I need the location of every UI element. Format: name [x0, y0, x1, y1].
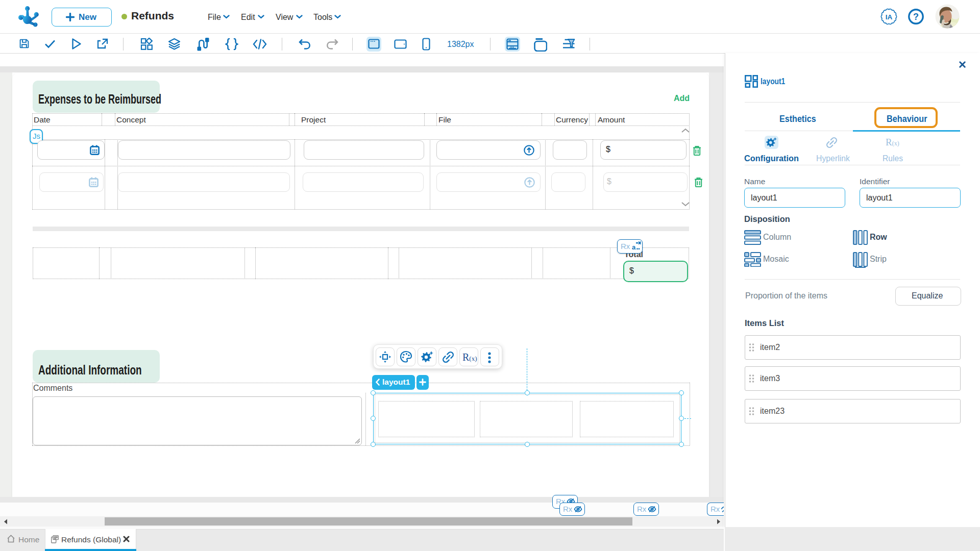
svg-text:a: a [632, 243, 636, 251]
svg-text:IA: IA [886, 13, 893, 21]
svg-text:?: ? [913, 12, 919, 22]
